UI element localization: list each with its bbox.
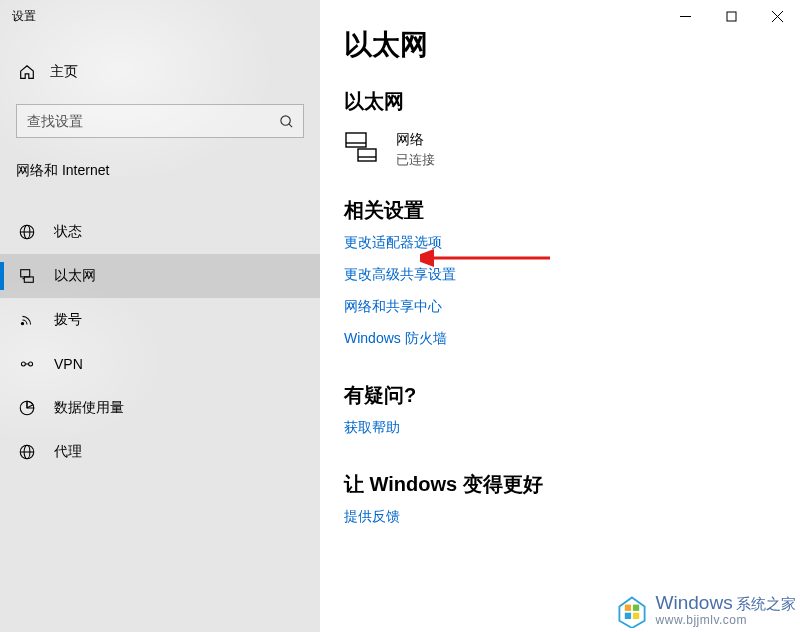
monitor-icon — [344, 131, 378, 165]
nav-vpn[interactable]: VPN — [0, 342, 320, 386]
settings-window: 主页 网络和 Internet — [0, 0, 800, 632]
home-nav[interactable]: 主页 — [0, 52, 320, 92]
svg-rect-24 — [624, 605, 630, 611]
nav-proxy[interactable]: 代理 — [0, 430, 320, 474]
svg-rect-27 — [632, 613, 638, 619]
nav-section-label: 网络和 Internet — [0, 138, 320, 190]
watermark-url: www.bjjmlv.com — [656, 614, 796, 627]
titlebar: 设置 — [0, 0, 800, 32]
vpn-icon — [18, 355, 36, 373]
feedback-title: 让 Windows 变得更好 — [344, 471, 776, 498]
minimize-button[interactable] — [662, 0, 708, 32]
network-item[interactable]: 网络 已连接 — [344, 131, 776, 169]
svg-rect-5 — [21, 270, 30, 277]
watermark: Windows 系统之家 www.bjjmlv.com — [614, 592, 796, 628]
search-input[interactable] — [17, 113, 269, 129]
svg-rect-26 — [624, 613, 630, 619]
nav-label: 数据使用量 — [54, 399, 124, 417]
nav-label: VPN — [54, 356, 83, 372]
network-name: 网络 — [396, 131, 435, 149]
nav-label: 以太网 — [54, 267, 96, 285]
search-box[interactable] — [16, 104, 304, 138]
link-give-feedback[interactable]: 提供反馈 — [344, 508, 776, 526]
watermark-suffix: 系统之家 — [736, 595, 796, 612]
maximize-button[interactable] — [708, 0, 754, 32]
link-get-help[interactable]: 获取帮助 — [344, 419, 776, 437]
nav-label: 状态 — [54, 223, 82, 241]
nav-label: 代理 — [54, 443, 82, 461]
nav-label: 拨号 — [54, 311, 82, 329]
search-icon — [269, 114, 303, 129]
svg-marker-23 — [619, 597, 644, 628]
sidebar: 主页 网络和 Internet — [0, 0, 320, 632]
window-body: 主页 网络和 Internet — [0, 0, 800, 632]
home-label: 主页 — [50, 63, 78, 81]
data-usage-icon — [18, 399, 36, 417]
nav-list: 状态 以太网 — [0, 210, 320, 474]
network-status: 已连接 — [396, 151, 435, 169]
help-title: 有疑问? — [344, 382, 776, 409]
svg-rect-25 — [632, 605, 638, 611]
content-area: 以太网 以太网 网络 已连接 相关设置 更改适配器选项 更 — [320, 0, 800, 632]
svg-rect-6 — [24, 277, 33, 282]
svg-rect-29 — [727, 12, 736, 21]
link-windows-firewall[interactable]: Windows 防火墙 — [344, 330, 776, 348]
window-controls — [662, 0, 800, 32]
watermark-logo-icon — [614, 592, 650, 628]
ethernet-icon — [18, 267, 36, 285]
nav-data-usage[interactable]: 数据使用量 — [0, 386, 320, 430]
network-section-title: 以太网 — [344, 88, 776, 115]
watermark-brand: Windows — [656, 592, 733, 613]
svg-point-10 — [29, 362, 33, 366]
svg-point-9 — [21, 362, 25, 366]
link-advanced-sharing[interactable]: 更改高级共享设置 — [344, 266, 776, 284]
related-settings-title: 相关设置 — [344, 197, 776, 224]
home-icon — [18, 63, 36, 81]
svg-point-8 — [21, 322, 23, 324]
svg-rect-18 — [346, 133, 366, 147]
nav-dialup[interactable]: 拨号 — [0, 298, 320, 342]
globe-icon — [18, 223, 36, 241]
close-button[interactable] — [754, 0, 800, 32]
window-title: 设置 — [12, 8, 36, 25]
svg-line-1 — [288, 123, 291, 126]
dialup-icon — [18, 311, 36, 329]
nav-ethernet[interactable]: 以太网 — [0, 254, 320, 298]
link-network-sharing-center[interactable]: 网络和共享中心 — [344, 298, 776, 316]
proxy-icon — [18, 443, 36, 461]
nav-status[interactable]: 状态 — [0, 210, 320, 254]
link-adapter-options[interactable]: 更改适配器选项 — [344, 234, 776, 252]
search-container — [16, 104, 304, 138]
svg-rect-20 — [358, 149, 376, 161]
